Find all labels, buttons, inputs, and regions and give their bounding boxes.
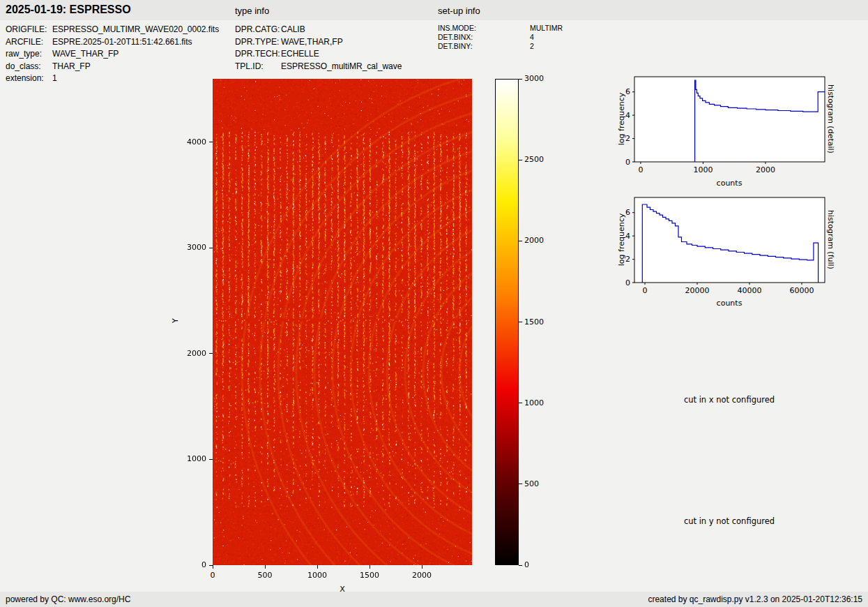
- footer-bar: powered by QC: www.eso.org/HC created by…: [0, 592, 868, 607]
- x-tick-label: 0: [199, 571, 227, 580]
- plot-frame: [634, 77, 825, 162]
- colorbar-tick-label: 1000: [524, 398, 555, 407]
- hist-detail-y-label: log frequency: [617, 77, 626, 161]
- hist-full-x-label: counts: [660, 299, 799, 308]
- footer-created-by: created by qc_rawdisp.py v1.2.3 on 2025-…: [648, 594, 862, 604]
- histogram-svg: 02000040000600000246: [607, 193, 837, 310]
- x-tick-label: 40000: [738, 286, 762, 295]
- cut-y-message: cut in y not configured: [618, 516, 841, 526]
- x-tick-label: 1000: [303, 571, 331, 580]
- y-tick-label: 2000: [176, 349, 206, 358]
- histogram-detail-plot: 0100020000246: [607, 73, 837, 190]
- colorbar-tick-mark: [519, 160, 522, 160]
- y-tick-label: 4: [625, 111, 630, 120]
- x-tick-label: 2000: [408, 571, 436, 580]
- y-tick-mark: [209, 248, 213, 248]
- colorbar-tick-label: 2000: [524, 236, 555, 245]
- hist-detail-title: histogram (detail): [826, 74, 835, 165]
- y-tick-label: 4000: [176, 137, 206, 147]
- cut-x-message: cut in x not configured: [618, 395, 841, 405]
- hist-full-y-label: log frequency: [617, 198, 626, 282]
- x-tick-mark: [422, 565, 422, 569]
- y-tick-label: 0: [625, 158, 630, 167]
- plot-frame: [634, 197, 825, 283]
- main-y-axis-label: Y: [171, 310, 180, 332]
- y-tick-mark: [209, 142, 213, 142]
- x-tick-label: 60000: [790, 286, 814, 295]
- y-tick-label: 2: [625, 255, 630, 264]
- histogram-full-plot: 02000040000600000246: [607, 193, 837, 310]
- x-tick-label: 500: [251, 571, 279, 580]
- x-tick-mark: [317, 565, 318, 569]
- x-tick-label: 1000: [693, 165, 713, 174]
- y-tick-label: 3000: [176, 243, 206, 252]
- colorbar-tick-mark: [519, 565, 522, 566]
- colorbar-tick-mark: [519, 403, 522, 403]
- colorbar-tick-label: 2500: [524, 155, 555, 164]
- x-tick-label: 2000: [756, 165, 775, 174]
- histogram-svg: 0100020000246: [607, 73, 837, 190]
- colorbar-tick-label: 1500: [524, 317, 555, 327]
- x-tick-mark: [213, 565, 213, 569]
- y-tick-mark: [209, 353, 213, 354]
- x-tick-label: 1500: [356, 571, 383, 580]
- detector-image-canvas: [213, 79, 472, 565]
- y-tick-label: 0: [176, 560, 206, 569]
- y-tick-label: 0: [625, 278, 630, 287]
- qc-report-page: 2025-01-19: ESPRESSO type info set-up in…: [0, 0, 868, 607]
- figure-area: X Y 0100020000246 02000040000600000246 l…: [0, 0, 868, 607]
- x-tick-mark: [370, 565, 370, 569]
- hist-full-title: histogram (full): [826, 195, 835, 285]
- colorbar-gradient: [495, 79, 519, 565]
- x-tick-label: 0: [638, 165, 643, 174]
- y-tick-label: 1000: [176, 454, 206, 463]
- y-tick-label: 6: [625, 208, 630, 217]
- colorbar-tick-label: 0: [524, 560, 555, 569]
- hist-detail-x-label: counts: [660, 179, 799, 188]
- x-tick-label: 20000: [685, 286, 710, 295]
- y-tick-label: 4: [625, 232, 630, 241]
- x-tick-mark: [265, 565, 266, 569]
- colorbar-tick-mark: [519, 79, 522, 80]
- colorbar-tick-mark: [519, 241, 522, 241]
- colorbar-tick-label: 3000: [524, 74, 555, 83]
- x-tick-label: 0: [643, 286, 648, 295]
- y-tick-mark: [209, 459, 213, 460]
- y-tick-label: 2: [625, 134, 630, 143]
- y-tick-label: 6: [625, 87, 630, 96]
- footer-powered-by: powered by QC: www.eso.org/HC: [6, 594, 130, 604]
- colorbar-tick-mark: [519, 484, 522, 484]
- colorbar-tick-mark: [519, 322, 522, 322]
- colorbar-tick-label: 500: [524, 479, 555, 488]
